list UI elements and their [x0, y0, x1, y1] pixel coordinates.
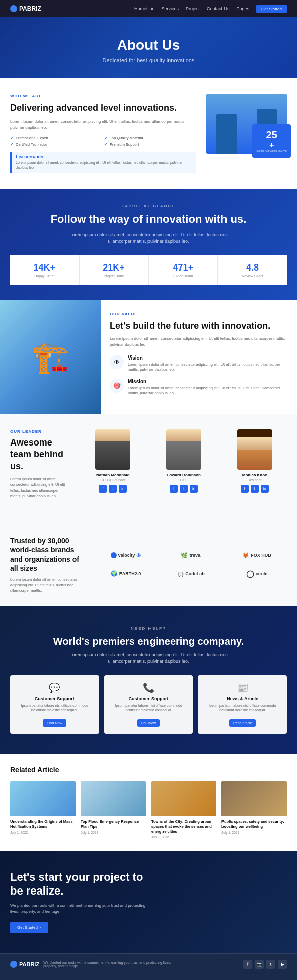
who-label: WHO WE ARE	[10, 94, 196, 98]
read-button[interactable]: Read article	[229, 719, 256, 727]
service-title-1: Customer Support	[109, 696, 188, 701]
bottom-cta-button[interactable]: Get Started ›	[10, 922, 48, 933]
member-name-0: Nathan Mcdonald	[81, 473, 145, 477]
nav-home[interactable]: Hometrue	[134, 6, 155, 11]
exp-label: YEARS EXPERIENCE	[256, 150, 287, 153]
vision-title: Vision	[128, 355, 288, 361]
who-feature-2: ✔ Certified Technician	[10, 142, 102, 147]
value-item-1: 🎯 Mission Lorem ipsum dolor sit amet, co…	[110, 379, 288, 396]
team-header: OUR LEADER Awesome team behind us. Lorem…	[10, 429, 287, 499]
check-icon-0: ✔	[10, 136, 14, 140]
chat-button[interactable]: Chat Now	[43, 719, 66, 727]
social-icons-2: f t in	[222, 485, 287, 493]
service-card-2: 📰 News & Article Ipsum pariatur labore n…	[198, 675, 287, 734]
stat-label-1: Project Done	[85, 274, 143, 278]
experience-badge: 25 + YEARS EXPERIENCE	[252, 124, 291, 158]
nav-pages[interactable]: Pages	[237, 6, 250, 11]
brand-codelab: {:} CodeLab	[161, 568, 221, 580]
fb-footer-icon[interactable]: f	[243, 960, 252, 969]
article-title-2: Towns of the City: Creating urban spaces…	[151, 819, 216, 834]
service-title-2: News & Article	[203, 696, 282, 701]
li-icon-0[interactable]: in	[119, 485, 127, 493]
check-icon-1: ✔	[104, 136, 108, 140]
cta-label: NEED HELP?	[10, 626, 287, 631]
codelab-label: CodeLab	[185, 571, 205, 576]
call-button[interactable]: Call Now	[137, 719, 160, 727]
articles-grid: Understanding the Origins of Mass Notifi…	[10, 781, 287, 839]
stat-1: 21K+ Project Done	[80, 255, 149, 285]
li-icon-2[interactable]: in	[261, 485, 269, 493]
mission-icon: 🎯	[110, 379, 124, 393]
nav-logo: PABRIZ	[10, 5, 41, 12]
stat-num-1: 21K+	[85, 262, 143, 273]
article-meta-1: July 1, 2022	[81, 831, 146, 834]
phone-icon: 📞	[109, 682, 188, 693]
bottom-cta-title: Let's start your project to be realize.	[10, 871, 151, 898]
team-title: Awesome team behind us.	[10, 437, 70, 472]
info-desc: Lorem ipsum dolor sit amet, consectetur …	[16, 160, 192, 170]
fb-icon-1[interactable]: f	[170, 485, 178, 493]
stats-row: 14K+ Happy Client 21K+ Project Done 471+…	[10, 255, 287, 285]
article-img-2	[151, 781, 216, 816]
member-name-2: Monica Knox	[222, 473, 287, 477]
article-title-3: Public spaces, safety and security: boos…	[221, 819, 287, 829]
tw-icon-0[interactable]: t	[109, 485, 117, 493]
team-label: OUR LEADER	[10, 429, 70, 434]
stat-3: 4.8 Review Client	[218, 255, 287, 285]
mission-desc: Lorem ipsum dolor sit amet, consectetur …	[128, 386, 288, 396]
social-icons-1: f t in	[152, 485, 216, 493]
values-section: OUR VALUE Let's build the future with in…	[0, 300, 297, 414]
stat-2: 471+ Expert Team	[149, 255, 218, 285]
nav-services[interactable]: Services	[161, 6, 179, 11]
hero-section: About Us Dedicated for best quality inno…	[0, 17, 297, 78]
member-title-2: Designer	[222, 478, 287, 482]
service-card-0: 💬 Customer Support Ipsum pariatur labore…	[10, 675, 99, 734]
who-section: WHO WE ARE Delivering advanced level inn…	[0, 78, 297, 189]
avatar-1	[166, 429, 201, 470]
member-title-1: CTO	[152, 478, 216, 482]
logo-icon	[10, 5, 17, 12]
team-desc: Lorem ipsum dolor sit amet, consectetur …	[10, 476, 70, 499]
service-desc-0: Ipsum pariatur labore nisi officce commo…	[15, 703, 94, 714]
article-img-1	[81, 781, 146, 816]
article-0[interactable]: Understanding the Origins of Mass Notifi…	[10, 781, 76, 839]
footer-brand-bar: PABRIZ We planted our roots with a commi…	[0, 953, 297, 975]
innov-label: PABRIZ AT GLANCE	[10, 204, 287, 208]
logo-text: PABRIZ	[19, 5, 41, 12]
circle-label: circle	[256, 571, 268, 576]
value-item-0: 👁 Vision Lorem ipsum dolor sit amet, con…	[110, 355, 288, 373]
article-2[interactable]: Towns of the City: Creating urban spaces…	[151, 781, 216, 839]
velocity-icon: ⑨	[136, 553, 141, 558]
velocity-dot	[111, 552, 117, 558]
nav-cta-button[interactable]: Get Started	[256, 5, 287, 13]
info-title: INFORMATION	[19, 155, 43, 159]
who-feature-1: ✔ Top Quality Material	[104, 136, 196, 140]
who-image-container: 25 + YEARS EXPERIENCE	[206, 94, 287, 154]
hero-title: About Us	[10, 37, 287, 53]
ig-footer-icon[interactable]: 📷	[255, 960, 264, 969]
article-3[interactable]: Public spaces, safety and security: boos…	[221, 781, 287, 839]
tw-icon-1[interactable]: t	[180, 485, 188, 493]
fb-icon-0[interactable]: f	[99, 485, 107, 493]
check-icon-3: ✔	[104, 142, 108, 147]
fb-icon-2[interactable]: f	[241, 485, 249, 493]
article-meta-3: July 1, 2022	[221, 831, 287, 834]
cta-section: NEED HELP? World's premiers engineering …	[0, 606, 297, 754]
check-icon-2: ✔	[10, 142, 14, 147]
yt-footer-icon[interactable]: ▶	[278, 960, 287, 969]
brands-section: Trusted by 30,000 world-class brands and…	[0, 524, 297, 606]
innov-desc: Lorem ipsum dolor sit amet, consectetur …	[60, 232, 237, 245]
tw-icon-2[interactable]: t	[251, 485, 259, 493]
treva-label: treva.	[189, 553, 201, 558]
brands-desc: Lorem ipsum dolor sit amet, consectetur …	[10, 577, 86, 594]
nav-project[interactable]: Project	[186, 6, 200, 11]
foxhub-label: FOX HUB	[251, 553, 271, 558]
who-desc: Lorem ipsum dolor sit amet, consectetur …	[10, 119, 196, 131]
nav-contact[interactable]: Contact Us	[207, 6, 230, 11]
article-1[interactable]: Top Flood Emergency Response Plan Tips J…	[81, 781, 146, 839]
member-name-1: Edward Robinson	[152, 473, 216, 477]
cta-desc: Lorem ipsum dolor sit amet, consectetur …	[60, 652, 237, 665]
tw-footer-icon[interactable]: t	[266, 960, 275, 969]
stat-label-2: Expert Team	[154, 274, 213, 278]
li-icon-1[interactable]: in	[190, 485, 198, 493]
